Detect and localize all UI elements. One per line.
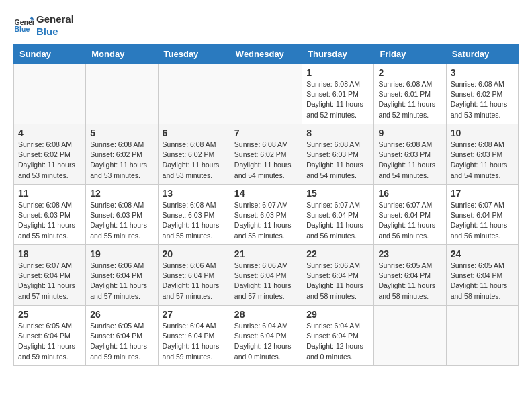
day-info: Sunrise: 6:08 AMSunset: 6:02 PMDaylight:… (234, 140, 298, 181)
calendar-cell: 22Sunrise: 6:06 AMSunset: 6:04 PMDayligh… (302, 245, 374, 306)
calendar-cell: 8Sunrise: 6:08 AMSunset: 6:03 PMDaylight… (302, 124, 374, 185)
day-number: 18 (18, 248, 81, 259)
day-info: Sunrise: 6:05 AMSunset: 6:04 PMDaylight:… (378, 261, 441, 302)
day-number: 21 (234, 248, 298, 259)
day-number: 2 (378, 67, 441, 78)
calendar-cell (158, 64, 230, 124)
logo-text-blue: Blue (36, 26, 74, 38)
day-number: 4 (18, 128, 81, 138)
header-row: SundayMondayTuesdayWednesdayThursdayFrid… (14, 45, 519, 64)
calendar-cell: 3Sunrise: 6:08 AMSunset: 6:02 PMDaylight… (446, 64, 518, 124)
day-number: 1 (306, 67, 369, 78)
calendar-cell: 1Sunrise: 6:08 AMSunset: 6:01 PMDaylight… (302, 64, 374, 124)
day-number: 12 (90, 188, 153, 199)
day-number: 20 (163, 248, 226, 259)
day-number: 10 (451, 128, 514, 138)
calendar-cell (446, 306, 518, 366)
calendar-cell: 17Sunrise: 6:07 AMSunset: 6:04 PMDayligh… (446, 185, 518, 245)
day-number: 7 (234, 128, 298, 138)
calendar-cell: 13Sunrise: 6:08 AMSunset: 6:03 PMDayligh… (158, 185, 230, 245)
day-info: Sunrise: 6:06 AMSunset: 6:04 PMDaylight:… (234, 261, 298, 302)
calendar-cell: 10Sunrise: 6:08 AMSunset: 6:03 PMDayligh… (446, 124, 518, 185)
week-row-2: 4Sunrise: 6:08 AMSunset: 6:02 PMDaylight… (14, 124, 519, 185)
day-number: 29 (306, 309, 369, 320)
header-saturday: Saturday (446, 45, 518, 64)
calendar-cell: 7Sunrise: 6:08 AMSunset: 6:02 PMDaylight… (230, 124, 302, 185)
day-number: 13 (163, 188, 226, 199)
header-thursday: Thursday (302, 45, 374, 64)
day-info: Sunrise: 6:08 AMSunset: 6:03 PMDaylight:… (451, 140, 514, 181)
calendar-cell: 4Sunrise: 6:08 AMSunset: 6:02 PMDaylight… (14, 124, 86, 185)
day-info: Sunrise: 6:08 AMSunset: 6:03 PMDaylight:… (378, 140, 441, 181)
logo-icon: General Blue (13, 15, 34, 36)
day-info: Sunrise: 6:05 AMSunset: 6:04 PMDaylight:… (90, 321, 153, 362)
calendar-cell: 21Sunrise: 6:06 AMSunset: 6:04 PMDayligh… (230, 245, 302, 306)
day-info: Sunrise: 6:08 AMSunset: 6:02 PMDaylight:… (163, 140, 226, 181)
calendar-cell: 27Sunrise: 6:04 AMSunset: 6:04 PMDayligh… (158, 306, 230, 366)
day-info: Sunrise: 6:07 AMSunset: 6:04 PMDaylight:… (306, 200, 369, 241)
calendar-cell: 12Sunrise: 6:08 AMSunset: 6:03 PMDayligh… (86, 185, 158, 245)
day-info: Sunrise: 6:08 AMSunset: 6:02 PMDaylight:… (90, 140, 153, 181)
logo: General Blue General Blue (13, 13, 74, 38)
day-info: Sunrise: 6:04 AMSunset: 6:04 PMDaylight:… (234, 321, 298, 362)
calendar-cell: 28Sunrise: 6:04 AMSunset: 6:04 PMDayligh… (230, 306, 302, 366)
day-info: Sunrise: 6:07 AMSunset: 6:04 PMDaylight:… (451, 200, 514, 241)
day-number: 27 (163, 309, 226, 320)
day-number: 25 (18, 309, 81, 320)
day-info: Sunrise: 6:08 AMSunset: 6:03 PMDaylight:… (90, 200, 153, 241)
week-row-1: 1Sunrise: 6:08 AMSunset: 6:01 PMDaylight… (14, 64, 519, 124)
calendar-cell (230, 64, 302, 124)
day-info: Sunrise: 6:08 AMSunset: 6:03 PMDaylight:… (163, 200, 226, 241)
day-info: Sunrise: 6:04 AMSunset: 6:04 PMDaylight:… (163, 321, 226, 362)
day-number: 17 (451, 188, 514, 199)
day-number: 16 (378, 188, 441, 199)
day-info: Sunrise: 6:07 AMSunset: 6:03 PMDaylight:… (234, 200, 298, 241)
header-sunday: Sunday (14, 45, 86, 64)
calendar-cell: 20Sunrise: 6:06 AMSunset: 6:04 PMDayligh… (158, 245, 230, 306)
calendar-table: SundayMondayTuesdayWednesdayThursdayFrid… (13, 44, 519, 366)
calendar-cell (14, 64, 86, 124)
day-number: 6 (163, 128, 226, 138)
calendar-cell (374, 306, 446, 366)
header-monday: Monday (86, 45, 158, 64)
calendar-cell: 14Sunrise: 6:07 AMSunset: 6:03 PMDayligh… (230, 185, 302, 245)
day-info: Sunrise: 6:08 AMSunset: 6:01 PMDaylight:… (306, 79, 369, 120)
day-number: 14 (234, 188, 298, 199)
calendar-cell: 29Sunrise: 6:04 AMSunset: 6:04 PMDayligh… (302, 306, 374, 366)
day-info: Sunrise: 6:08 AMSunset: 6:01 PMDaylight:… (378, 79, 441, 120)
header-wednesday: Wednesday (230, 45, 302, 64)
calendar-cell: 24Sunrise: 6:05 AMSunset: 6:04 PMDayligh… (446, 245, 518, 306)
day-number: 9 (378, 128, 441, 138)
day-info: Sunrise: 6:05 AMSunset: 6:04 PMDaylight:… (18, 321, 81, 362)
day-info: Sunrise: 6:04 AMSunset: 6:04 PMDaylight:… (306, 321, 369, 362)
header-friday: Friday (374, 45, 446, 64)
week-row-5: 25Sunrise: 6:05 AMSunset: 6:04 PMDayligh… (14, 306, 519, 366)
logo-text-general: General (36, 13, 74, 26)
calendar-cell: 16Sunrise: 6:07 AMSunset: 6:04 PMDayligh… (374, 185, 446, 245)
day-number: 24 (451, 248, 514, 259)
day-number: 23 (378, 248, 441, 259)
calendar-cell: 9Sunrise: 6:08 AMSunset: 6:03 PMDaylight… (374, 124, 446, 185)
day-info: Sunrise: 6:08 AMSunset: 6:02 PMDaylight:… (451, 79, 514, 120)
calendar-cell: 15Sunrise: 6:07 AMSunset: 6:04 PMDayligh… (302, 185, 374, 245)
day-number: 5 (90, 128, 153, 138)
day-number: 19 (90, 248, 153, 259)
week-row-4: 18Sunrise: 6:07 AMSunset: 6:04 PMDayligh… (14, 245, 519, 306)
day-info: Sunrise: 6:05 AMSunset: 6:04 PMDaylight:… (451, 261, 514, 302)
svg-text:Blue: Blue (15, 25, 30, 33)
day-number: 28 (234, 309, 298, 320)
calendar-cell: 6Sunrise: 6:08 AMSunset: 6:02 PMDaylight… (158, 124, 230, 185)
header-tuesday: Tuesday (158, 45, 230, 64)
day-info: Sunrise: 6:08 AMSunset: 6:03 PMDaylight:… (306, 140, 369, 181)
day-number: 22 (306, 248, 369, 259)
page-header: General Blue General Blue (13, 13, 519, 38)
day-info: Sunrise: 6:06 AMSunset: 6:04 PMDaylight:… (163, 261, 226, 302)
day-info: Sunrise: 6:08 AMSunset: 6:03 PMDaylight:… (18, 200, 81, 241)
calendar-cell: 11Sunrise: 6:08 AMSunset: 6:03 PMDayligh… (14, 185, 86, 245)
calendar-cell: 25Sunrise: 6:05 AMSunset: 6:04 PMDayligh… (14, 306, 86, 366)
calendar-cell: 19Sunrise: 6:06 AMSunset: 6:04 PMDayligh… (86, 245, 158, 306)
calendar-cell: 26Sunrise: 6:05 AMSunset: 6:04 PMDayligh… (86, 306, 158, 366)
calendar-cell: 5Sunrise: 6:08 AMSunset: 6:02 PMDaylight… (86, 124, 158, 185)
day-info: Sunrise: 6:07 AMSunset: 6:04 PMDaylight:… (378, 200, 441, 241)
day-info: Sunrise: 6:06 AMSunset: 6:04 PMDaylight:… (90, 261, 153, 302)
